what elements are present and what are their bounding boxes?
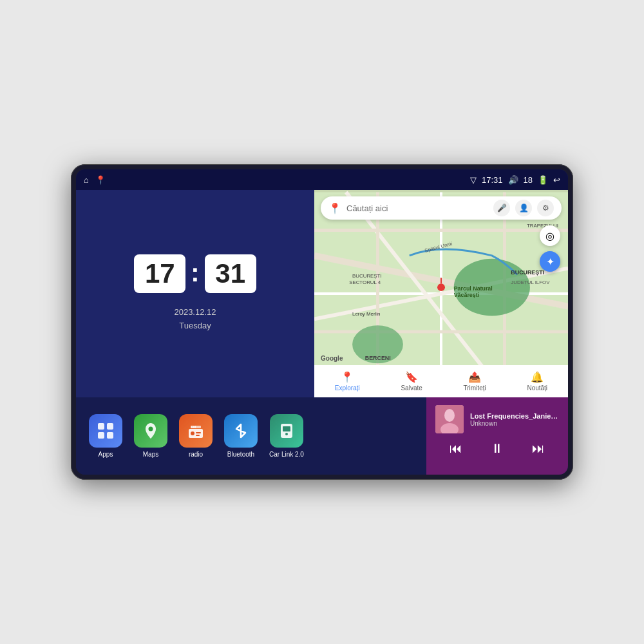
map-search-actions: 🎤 👤 ⚙ [493,200,554,216]
clock-widget: 17 : 31 2023.12.12 Tuesday [76,190,314,397]
top-section: 17 : 31 2023.12.12 Tuesday [76,190,568,397]
clock-day-value: Tuesday [174,319,216,333]
map-nav-saved[interactable]: 🔖 Salvate [401,371,422,392]
google-logo: Google [321,355,343,362]
svg-rect-36 [283,426,290,431]
svg-text:SECTORUL 4: SECTORUL 4 [349,279,381,285]
svg-text:BUCUREȘTI: BUCUREȘTI [511,269,544,276]
svg-rect-33 [196,435,200,436]
share-label: Trimiteți [464,384,486,392]
music-controls: ⏮ ⏸ ⏭ [435,441,559,456]
status-left: ⌂ 📍 [84,175,106,185]
explore-label: Explorați [335,384,360,392]
map-nav-explore[interactable]: 📍 Explorați [335,371,360,392]
music-thumbnail [435,405,464,433]
bottom-section: Apps Maps [76,397,568,475]
clock-hours: 17 [134,254,185,293]
clock-date-value: 2023.12.12 [174,306,216,319]
voice-search-btn[interactable]: 🎤 [493,200,510,216]
radio-label: radio [189,451,203,458]
apps-label: Apps [99,451,113,458]
saved-label: Salvate [401,384,422,392]
device-screen: ⌂ 📍 ▽ 17:31 🔊 18 🔋 ↩ 17 : [76,169,568,475]
bluetooth-label: Bluetooth [227,451,254,458]
share-icon: 📤 [468,371,481,383]
svg-rect-25 [107,423,113,430]
svg-point-37 [285,433,288,435]
volume-level: 18 [524,175,533,185]
svg-text:JUDEȚUL ILFOV: JUDEȚUL ILFOV [511,279,550,285]
maps-label: Maps [143,451,158,458]
apps-icon [89,414,122,448]
app-item-carlink[interactable]: Car Link 2.0 [269,414,304,458]
main-content: 17 : 31 2023.12.12 Tuesday [76,190,568,475]
app-item-apps[interactable]: Apps [89,414,122,458]
carlink-label: Car Link 2.0 [269,451,304,458]
svg-point-31 [191,431,194,435]
clock-display: 17 : 31 [134,254,256,293]
map-search-icon: 📍 [328,202,341,214]
status-right: ▽ 17:31 🔊 18 🔋 ↩ [470,175,560,185]
clock-colon: : [191,258,199,287]
maps-icon [134,414,167,448]
svg-text:BERCENI: BERCENI [365,355,391,361]
status-time: 17:31 [482,175,503,185]
signal-icon: ▽ [470,175,477,185]
saved-icon: 🔖 [405,371,418,383]
map-search-input[interactable]: Căutați aici [346,204,488,213]
music-player: Lost Frequencies_Janieck Devy-... Unknow… [426,397,568,475]
music-info-row: Lost Frequencies_Janieck Devy-... Unknow… [435,405,559,433]
map-compass-btn[interactable]: ✦ [540,251,560,272]
clock-minutes: 31 [205,254,256,293]
battery-icon: 🔋 [538,175,548,185]
profile-btn[interactable]: 👤 [515,200,532,216]
volume-icon: 🔊 [508,175,518,185]
map-location-btn[interactable]: ◎ [540,225,560,246]
maps-pin-icon[interactable]: 📍 [95,175,106,185]
svg-text:BUCUREȘTI: BUCUREȘTI [352,273,382,279]
map-search-bar[interactable]: 📍 Căutați aici 🎤 👤 ⚙ [321,196,562,220]
svg-text:FM: FM [191,425,196,429]
news-icon: 🔔 [531,371,544,383]
svg-point-21 [437,283,445,291]
radio-icon: FM [179,414,213,448]
map-widget[interactable]: Parcul Natural Văcărești Leroy Merlin BU… [314,190,568,397]
explore-icon: 📍 [341,371,354,383]
music-title: Lost Frequencies_Janieck Devy-... [470,412,559,420]
svg-text:Parcul Natural: Parcul Natural [454,285,493,292]
svg-point-28 [149,427,153,431]
next-button[interactable]: ⏭ [532,441,545,456]
music-artist: Unknown [470,420,559,427]
apps-section: Apps Maps [76,397,426,475]
app-item-radio[interactable]: FM radio [179,414,213,458]
svg-rect-27 [107,432,113,439]
music-text: Lost Frequencies_Janieck Devy-... Unknow… [470,412,559,427]
app-item-bluetooth[interactable]: Bluetooth [224,414,258,458]
svg-text:Leroy Merlin: Leroy Merlin [352,311,380,317]
svg-point-39 [444,409,455,422]
status-bar: ⌂ 📍 ▽ 17:31 🔊 18 🔋 ↩ [76,169,568,190]
bluetooth-icon [224,414,258,448]
svg-rect-32 [196,432,201,433]
clock-date: 2023.12.12 Tuesday [174,306,216,333]
app-item-maps[interactable]: Maps [134,414,167,458]
news-label: Noutăți [527,384,547,392]
svg-rect-24 [98,423,104,430]
play-pause-button[interactable]: ⏸ [491,441,504,456]
carlink-icon [270,414,303,448]
map-nav-share[interactable]: 📤 Trimiteți [464,371,486,392]
svg-rect-26 [98,432,104,439]
map-nav-news[interactable]: 🔔 Noutăți [527,371,547,392]
home-icon[interactable]: ⌂ [84,175,89,185]
map-bottom-bar: 📍 Explorați 🔖 Salvate 📤 Trimiteți � [314,365,568,397]
svg-text:Văcărești: Văcărești [454,292,479,298]
car-device: ⌂ 📍 ▽ 17:31 🔊 18 🔋 ↩ 17 : [71,164,573,480]
prev-button[interactable]: ⏮ [450,441,462,456]
settings-btn[interactable]: ⚙ [537,200,554,216]
back-icon[interactable]: ↩ [553,175,560,185]
